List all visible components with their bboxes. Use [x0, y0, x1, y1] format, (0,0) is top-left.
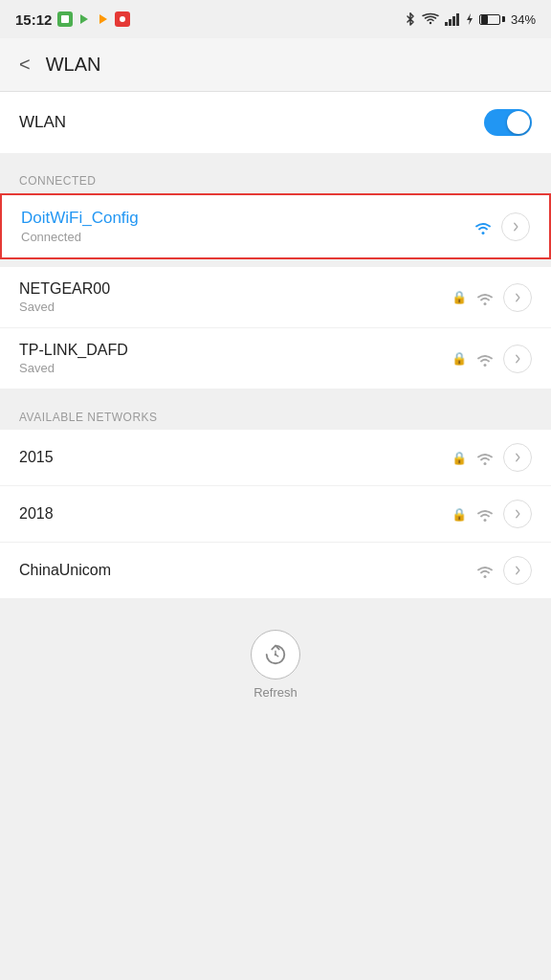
wlan-toggle-row: WLAN — [0, 92, 551, 153]
lock-icon-2015: 🔒 — [452, 451, 467, 465]
network-status-tplink: Saved — [19, 361, 452, 375]
svg-point-12 — [484, 519, 487, 522]
app-icon-3 — [96, 11, 111, 27]
svg-point-11 — [484, 462, 487, 465]
available-section: 2015 🔒 2018 🔒 — [0, 430, 551, 599]
battery-percent: 34% — [511, 12, 536, 27]
app-icon-2 — [77, 11, 92, 27]
battery-icon — [479, 14, 505, 25]
charging-icon — [466, 12, 474, 26]
connected-section-header: CONNECTED — [0, 161, 551, 193]
network-info-2015: 2015 — [19, 449, 452, 466]
network-status-netgear: Saved — [19, 300, 452, 314]
wifi-icon-2015 — [474, 449, 496, 466]
svg-rect-5 — [449, 19, 452, 26]
content: CONNECTED DoitWiFi_Config Connected — [0, 161, 551, 719]
wifi-icon-tplink — [474, 350, 496, 368]
available-section-header: AVAILABLE NETWORKS — [0, 397, 551, 430]
back-button[interactable]: < — [15, 50, 34, 79]
svg-rect-6 — [452, 16, 455, 26]
refresh-icon — [263, 642, 288, 667]
wifi-status-icon — [422, 12, 439, 26]
svg-rect-4 — [445, 22, 448, 26]
status-time: 15:12 — [15, 11, 52, 28]
network-name-2018: 2018 — [19, 505, 452, 523]
page-title: WLAN — [46, 54, 101, 76]
wifi-icon-chinaunicom — [474, 562, 496, 579]
bluetooth-icon — [405, 11, 416, 27]
status-bar: 15:12 — [0, 0, 551, 38]
network-row-tplink[interactable]: TP-LINK_DAFD Saved 🔒 — [0, 328, 551, 390]
svg-marker-2 — [99, 14, 107, 24]
lock-icon-tplink: 🔒 — [452, 351, 467, 366]
network-detail-button-2015[interactable] — [503, 443, 532, 472]
network-name-2015: 2015 — [19, 449, 452, 466]
network-detail-button-2018[interactable] — [503, 500, 532, 528]
svg-point-9 — [484, 302, 487, 305]
svg-point-8 — [482, 232, 485, 234]
status-right-icons: 34% — [405, 11, 536, 27]
network-status-connected: Connected — [21, 230, 473, 244]
network-row-netgear[interactable]: NETGEAR00 Saved 🔒 — [0, 267, 551, 328]
network-icons-netgear: 🔒 — [452, 283, 532, 312]
network-row-2018[interactable]: 2018 🔒 — [0, 486, 551, 543]
network-row-connected[interactable]: DoitWiFi_Config Connected — [0, 193, 551, 259]
connected-section: DoitWiFi_Config Connected — [0, 193, 551, 259]
saved-section: NETGEAR00 Saved 🔒 TP-LINK_DAFD Saved — [0, 267, 551, 390]
app-icon-4 — [115, 11, 130, 27]
network-icons-chinaunicom — [474, 556, 532, 585]
network-name-tplink: TP-LINK_DAFD — [19, 342, 452, 359]
network-detail-button-tplink[interactable] — [503, 345, 532, 373]
refresh-button[interactable] — [251, 630, 300, 679]
wifi-icon-2018 — [474, 505, 496, 523]
network-icons-2015: 🔒 — [452, 443, 532, 472]
svg-point-13 — [484, 575, 487, 578]
network-icons-tplink: 🔒 — [452, 345, 532, 373]
refresh-label: Refresh — [253, 685, 298, 700]
network-info-connected: DoitWiFi_Config Connected — [21, 209, 473, 244]
svg-point-10 — [484, 364, 487, 367]
network-info-netgear: NETGEAR00 Saved — [19, 280, 452, 314]
app-icon-1 — [57, 11, 73, 27]
network-detail-button-netgear[interactable] — [503, 283, 532, 312]
network-name-connected: DoitWiFi_Config — [21, 209, 473, 228]
network-detail-button-chinaunicom[interactable] — [503, 556, 532, 585]
signal-icon — [445, 13, 460, 26]
network-row-chinaunicom[interactable]: ChinaUnicom — [0, 543, 551, 599]
network-icons-2018: 🔒 — [452, 500, 532, 528]
svg-marker-1 — [80, 14, 88, 24]
lock-icon-2018: 🔒 — [452, 507, 467, 522]
svg-rect-0 — [61, 15, 69, 23]
svg-point-3 — [120, 16, 125, 22]
toggle-knob — [507, 111, 530, 134]
status-app-icons — [57, 11, 130, 27]
network-info-2018: 2018 — [19, 505, 452, 523]
wifi-icon-netgear — [474, 289, 496, 306]
header: < WLAN — [0, 38, 551, 92]
refresh-section: Refresh — [0, 607, 551, 719]
network-name-netgear: NETGEAR00 — [19, 280, 452, 298]
network-detail-button-connected[interactable] — [501, 212, 530, 241]
wlan-toggle-switch[interactable] — [484, 109, 532, 136]
network-info-tplink: TP-LINK_DAFD Saved — [19, 342, 452, 375]
lock-icon-netgear: 🔒 — [452, 290, 467, 304]
wifi-connected-icon — [473, 218, 494, 235]
network-icons-connected — [473, 212, 530, 241]
svg-rect-7 — [456, 13, 459, 26]
network-info-chinaunicom: ChinaUnicom — [19, 562, 474, 579]
network-name-chinaunicom: ChinaUnicom — [19, 562, 474, 579]
wlan-toggle-label: WLAN — [19, 113, 66, 132]
network-row-2015[interactable]: 2015 🔒 — [0, 430, 551, 486]
